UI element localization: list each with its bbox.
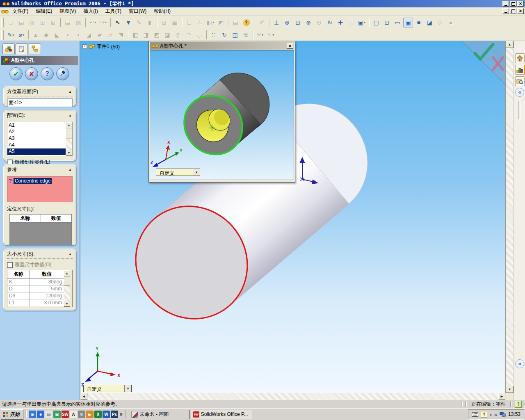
reference-entry[interactable]: ? Concentric edge <box>9 178 71 184</box>
collapse-task-pane-bottom-icon[interactable] <box>515 359 524 368</box>
zoom-in-out-button[interactable]: ⊕ <box>304 18 313 27</box>
taskbar-task-button[interactable]: SolidWorks Office P... <box>191 410 251 419</box>
scroll-up-icon[interactable] <box>64 270 70 276</box>
preview-window-titlebar[interactable]: A型中心孔 * <box>150 42 294 50</box>
task-pane-home-tab[interactable] <box>515 53 525 63</box>
scrollbar-thumb[interactable] <box>66 128 72 139</box>
ok-button[interactable]: ✔ <box>9 67 23 80</box>
minimize-icon[interactable] <box>502 1 509 7</box>
smart-dimension-button[interactable]: ⌀▾ <box>16 30 26 40</box>
scrollbar-track[interactable] <box>66 139 72 150</box>
menu-item[interactable]: 插入(I) <box>80 7 101 16</box>
size-dim-row[interactable]: D5mm <box>7 285 64 292</box>
menu-item[interactable]: 编辑(E) <box>32 7 56 16</box>
child-close-icon[interactable] <box>517 8 524 14</box>
shaded-button[interactable]: ■ <box>414 18 424 27</box>
quicklaunch-show-desktop-icon[interactable]: ▤ <box>45 411 52 418</box>
keep-visible-pin-button[interactable] <box>56 67 69 80</box>
show-hidden-icons[interactable]: ▴ <box>490 412 492 416</box>
scrollbar-track[interactable] <box>64 285 70 301</box>
scrollbar-thumb[interactable] <box>64 276 70 285</box>
taskbar-task-button[interactable]: 未命名 - 画图 <box>129 410 189 419</box>
quicklaunch-internet-explorer-icon[interactable]: e <box>37 411 44 418</box>
view-orientation-button[interactable]: ▣▾ <box>357 18 367 27</box>
table-driven-pattern-button[interactable]: ≋ <box>241 30 251 40</box>
tab-feature-manager[interactable] <box>2 43 15 54</box>
quicklaunch-image-viewer-icon[interactable]: ▣ <box>53 411 61 418</box>
taskbar-clock[interactable]: 13:53 <box>508 411 520 417</box>
config-option[interactable]: A4 <box>7 142 66 148</box>
network-status-icon[interactable] <box>500 412 506 417</box>
select-button[interactable]: ↖ <box>113 18 123 27</box>
input-method-icon[interactable] <box>472 412 478 417</box>
zoom-to-area-button[interactable]: ⊡ <box>293 18 303 27</box>
scrollbar-track[interactable] <box>506 48 514 386</box>
scroll-up-icon[interactable] <box>66 122 72 128</box>
menu-item[interactable]: 文件(F) <box>9 7 32 16</box>
scroll-right-icon[interactable] <box>498 393 505 400</box>
normal-to-button[interactable]: ⊥ <box>272 18 281 27</box>
help-button[interactable]: ? <box>241 18 251 27</box>
config-option[interactable]: A3 <box>7 135 66 142</box>
quicklaunch-media-player-icon[interactable]: ▶ <box>86 411 94 418</box>
sketch-button[interactable]: ✎▾ <box>6 30 16 40</box>
tab-configuration-manager[interactable] <box>29 43 41 54</box>
scroll-up-icon[interactable] <box>506 41 514 48</box>
task-pane-file-explorer-tab[interactable] <box>515 76 525 86</box>
scrollbar-track[interactable] <box>87 393 498 400</box>
chevron-down-icon[interactable] <box>124 385 131 392</box>
tree-item-label[interactable]: 零件1 <box>97 43 110 50</box>
quicklaunch-mail-icon[interactable]: ✉ <box>78 411 85 418</box>
menu-item[interactable]: 视图(V) <box>56 7 80 16</box>
preview-canvas[interactable]: X Y Z 自定义 <box>150 50 294 180</box>
task-pane-design-library-tab[interactable] <box>515 65 525 75</box>
close-icon[interactable] <box>517 1 524 7</box>
pan-button[interactable]: ✚ <box>336 18 345 27</box>
collapse-task-pane-icon[interactable] <box>515 88 524 97</box>
quicklaunch-excel-icon[interactable]: X <box>94 411 102 418</box>
collapse-arrow-icon[interactable] <box>68 252 73 256</box>
quicklaunch-photoshop-icon[interactable]: Ps <box>111 411 118 418</box>
mirror-feature-button[interactable]: ◫ <box>230 30 240 40</box>
rotate-view-button[interactable]: ↻ <box>325 18 335 27</box>
collapse-tray-icon[interactable]: « <box>494 411 497 418</box>
tray-help-icon[interactable]: ? <box>481 411 487 418</box>
start-button[interactable]: 开始 <box>1 409 23 420</box>
center-hole-preview-part[interactable] <box>172 61 281 167</box>
help-button[interactable]: ? <box>41 67 54 80</box>
confirmation-corner[interactable] <box>462 41 505 84</box>
config-option[interactable]: A1 <box>7 122 66 129</box>
tab-property-manager[interactable] <box>16 43 28 55</box>
shadows-in-shaded-mode-button[interactable]: ◪ <box>425 18 434 27</box>
size-dim-row[interactable]: K30deg <box>7 278 64 285</box>
reference-selection-box[interactable]: ? Concentric edge <box>7 176 73 202</box>
wireframe-button[interactable]: ▢ <box>371 18 381 27</box>
size-dim-row[interactable]: D3120deg <box>7 292 64 299</box>
linear-pattern-button[interactable]: ∷ <box>209 30 219 40</box>
hidden-lines-removed-button[interactable]: ▭ <box>393 18 402 27</box>
child-restore-icon[interactable] <box>510 8 516 14</box>
config-option[interactable]: A2 <box>7 129 66 135</box>
quicklaunch-solidworks-icon[interactable]: SW <box>62 411 69 418</box>
quicklaunch-autocad-icon[interactable]: A <box>70 411 77 418</box>
preview-model[interactable]: X Y Z <box>150 50 294 180</box>
preview-window[interactable]: A型中心孔 * <box>148 41 295 183</box>
menu-item[interactable]: 帮助(H) <box>150 7 174 16</box>
override-dims-checkbox[interactable] <box>7 262 13 268</box>
scroll-down-icon[interactable] <box>64 301 70 307</box>
orientation-plane-field[interactable]: 面<1> <box>7 98 73 107</box>
config-option[interactable]: A5 <box>7 148 66 155</box>
child-minimize-icon[interactable] <box>502 8 509 14</box>
preview-close-icon[interactable] <box>287 43 293 49</box>
size-dims-scrollbar[interactable] <box>64 270 70 307</box>
chevron-down-icon[interactable] <box>193 169 200 176</box>
quicklaunch-word-icon[interactable]: W <box>103 411 110 418</box>
quicklaunch-messenger-icon[interactable]: ◉ <box>29 411 36 418</box>
scroll-left-icon[interactable] <box>80 393 87 400</box>
circular-pattern-button[interactable]: ↻ <box>219 30 229 40</box>
zoom-to-fit-button[interactable]: ⊛ <box>282 18 292 27</box>
configuration-scrollbar[interactable] <box>66 122 72 156</box>
scroll-down-icon[interactable] <box>506 386 514 393</box>
tree-expand-icon[interactable] <box>82 44 87 49</box>
status-help-icon[interactable]: ? <box>515 401 522 408</box>
